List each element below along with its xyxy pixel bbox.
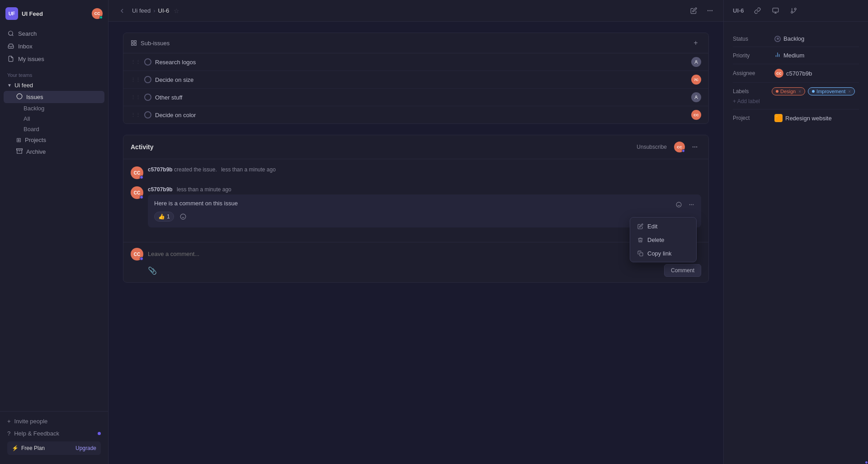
copy-link-label: Copy link <box>647 250 671 257</box>
svg-point-19 <box>694 147 695 147</box>
svg-point-11 <box>794 8 796 10</box>
sidebar-item-my-issues[interactable]: My issues <box>4 52 104 65</box>
comment-more-button[interactable] <box>686 199 697 210</box>
svg-point-22 <box>180 214 186 219</box>
sub-issue-title[interactable]: Other stuff <box>155 94 688 101</box>
add-sub-issue-button[interactable]: + <box>690 38 701 48</box>
git-button[interactable] <box>788 5 800 17</box>
label-design[interactable]: Design × <box>772 87 805 95</box>
breadcrumb-parent[interactable]: Ui feed <box>132 7 151 14</box>
user-avatar[interactable]: CC <box>92 8 103 19</box>
sidebar-item-projects[interactable]: ⊞ Projects <box>4 134 104 146</box>
context-menu-copy-link[interactable]: Copy link <box>632 246 694 260</box>
project-label: Project <box>733 115 769 121</box>
table-row: ⋮⋮ Decide on size 7C <box>123 71 708 89</box>
sub-issue-title[interactable]: Decide on size <box>155 76 688 83</box>
sidebar-item-invite-people[interactable]: + Invite people <box>4 415 104 427</box>
context-menu-edit[interactable]: Edit <box>632 219 694 233</box>
add-label-button[interactable]: + Add label <box>733 98 760 104</box>
activity-more-button[interactable] <box>689 141 701 153</box>
add-reaction-button[interactable] <box>178 211 189 222</box>
team-header-ui-feed[interactable]: ▼ Ui feed <box>4 80 104 91</box>
unsubscribe-button[interactable]: Unsubscribe <box>633 142 670 152</box>
issue-main: Sub-issues + ⋮⋮ Research logos ⋮⋮ D <box>108 22 723 464</box>
drag-handle-icon[interactable]: ⋮⋮ <box>131 77 141 83</box>
label-improvement[interactable]: Improvement × <box>808 87 855 95</box>
comment-input-area: CC 📎 Comment <box>123 242 708 282</box>
issue-status-circle <box>144 111 151 118</box>
breadcrumb: Ui feed › UI-6 ☆ <box>132 7 684 14</box>
table-row: ⋮⋮ Other stuff <box>123 89 708 106</box>
submit-comment-button[interactable]: Comment <box>664 264 701 277</box>
drag-handle-icon[interactable]: ⋮⋮ <box>131 95 141 100</box>
drag-handle-icon[interactable]: ⋮⋮ <box>131 112 141 118</box>
remove-label-improvement[interactable]: × <box>848 89 851 94</box>
edit-label: Edit <box>647 223 657 230</box>
top-bar-actions <box>687 5 716 17</box>
svg-rect-29 <box>639 252 642 256</box>
team-section: ▼ Ui feed Issues Backlog All Board ⊞ Pro… <box>0 80 108 158</box>
status-value[interactable]: Backlog <box>774 35 804 42</box>
property-assignee: Assignee CC c5707b9b <box>733 64 859 83</box>
svg-rect-15 <box>134 43 136 45</box>
activity-body: c5707b9b created the issue. less than a … <box>148 166 701 179</box>
drag-handle-icon[interactable]: ⋮⋮ <box>131 59 141 65</box>
link-button[interactable] <box>751 5 764 17</box>
comment-input[interactable] <box>148 248 701 260</box>
back-button[interactable] <box>116 5 128 17</box>
sub-issue-title[interactable]: Decide on color <box>155 112 688 118</box>
sidebar-item-help[interactable]: ? Help & Feedback <box>4 427 104 440</box>
sidebar-item-all[interactable]: All <box>4 114 104 124</box>
sidebar-item-search[interactable]: Search <box>4 27 104 40</box>
svg-rect-13 <box>132 41 133 43</box>
activity-actions: Unsubscribe CC <box>633 141 701 153</box>
inbox-icon <box>7 43 14 50</box>
table-row: ⋮⋮ Research logos <box>123 53 708 71</box>
reaction-count: 1 <box>167 213 170 220</box>
emoji-button[interactable] <box>673 199 684 210</box>
commenter-avatar: CC <box>131 248 143 260</box>
sidebar-item-issues[interactable]: Issues <box>4 91 104 103</box>
project-value[interactable]: 🟧 Redesign website <box>774 114 832 122</box>
share-button[interactable] <box>769 5 782 17</box>
chevron-down-icon: ▼ <box>7 83 12 88</box>
sidebar-item-board[interactable]: Board <box>4 124 104 134</box>
priority-icon <box>774 52 781 59</box>
more-button[interactable] <box>703 5 716 17</box>
assignee-value[interactable]: CC c5707b9b <box>774 69 812 78</box>
sidebar-item-archive[interactable]: Archive <box>4 146 104 158</box>
upgrade-button[interactable]: Upgrade <box>75 445 96 451</box>
free-plan-info: ⚡ Free Plan <box>12 445 45 451</box>
issue-status-circle <box>144 76 151 83</box>
issues-icon <box>7 55 14 62</box>
comment-meta: c5707b9b less than a minute ago <box>148 186 701 193</box>
activity-title: Activity <box>131 143 154 151</box>
archive-icon <box>16 148 23 156</box>
free-plan-bar: ⚡ Free Plan Upgrade <box>7 441 101 455</box>
remove-label-design[interactable]: × <box>798 89 801 94</box>
edit-icon <box>637 223 644 230</box>
issue-status-circle <box>144 94 151 101</box>
comment-time: less than a minute ago <box>177 186 231 193</box>
sidebar-item-backlog[interactable]: Backlog <box>4 103 104 114</box>
priority-value[interactable]: Medium <box>774 52 804 59</box>
svg-point-4 <box>709 10 710 11</box>
reaction-thumbsup[interactable]: 👍 1 <box>154 212 174 222</box>
star-icon[interactable]: ☆ <box>174 7 179 14</box>
comment-reactions: 👍 1 <box>154 211 695 222</box>
edit-button[interactable] <box>687 5 700 17</box>
sub-issue-title[interactable]: Research logos <box>155 59 688 66</box>
attachment-button[interactable]: 📎 <box>148 266 157 275</box>
sub-issue-avatar <box>691 92 701 102</box>
sidebar-item-inbox[interactable]: Inbox <box>4 40 104 52</box>
plus-icon: + <box>7 418 11 425</box>
context-menu-delete[interactable]: Delete <box>632 233 694 246</box>
sub-issues-label: Sub-issues <box>141 40 170 47</box>
table-row: ⋮⋮ Decide on color CC <box>123 106 708 123</box>
svg-point-18 <box>695 96 697 97</box>
activity-avatar: CC <box>131 166 143 179</box>
activity-action-text: created the issue. <box>174 166 217 173</box>
workspace-info[interactable]: UF UI Feed <box>5 7 43 20</box>
comment-toolbar: 📎 Comment <box>131 264 701 277</box>
sub-issues-title: Sub-issues <box>131 40 170 47</box>
